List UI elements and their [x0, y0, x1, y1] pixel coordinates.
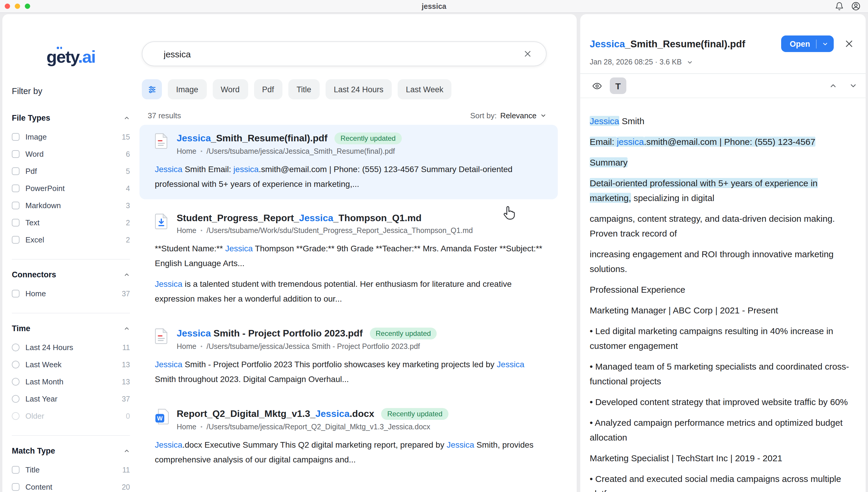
chevron-down-icon[interactable]	[849, 82, 857, 90]
result-filepath: /Users/tsubame/jessica/Report_Q2_Digital…	[207, 423, 430, 431]
filter-count: 6	[126, 150, 130, 158]
chip-last-24-hours[interactable]: Last 24 Hours	[325, 79, 392, 99]
open-button[interactable]: Open	[782, 35, 834, 52]
search-bar[interactable]	[142, 41, 547, 66]
checkbox[interactable]	[12, 219, 20, 226]
result-title[interactable]: Jessica_Smith_Resume(final).pdf	[177, 133, 327, 144]
chevron-up-icon[interactable]	[829, 82, 837, 90]
search-input[interactable]	[164, 49, 521, 59]
filter-count: 3	[126, 201, 130, 210]
filter-label: Home	[25, 289, 46, 298]
svg-text:W: W	[157, 415, 163, 422]
radio-button[interactable]	[12, 344, 20, 351]
preview-line: • Managed team of 5 marketing specialist…	[590, 359, 856, 389]
section-header-match-type[interactable]: Match Type	[12, 445, 130, 457]
chip-title[interactable]: Title	[288, 79, 320, 99]
bell-icon[interactable]	[835, 2, 844, 11]
open-button-label[interactable]: Open	[782, 39, 816, 48]
chevron-up-icon[interactable]	[124, 271, 130, 278]
filter-option-older[interactable]: Older0	[12, 408, 130, 424]
chip-image[interactable]: Image	[168, 79, 207, 99]
results-list: Jessica_Smith_Resume(final).pdf Recently…	[139, 125, 558, 475]
filter-label: Last Week	[25, 360, 61, 369]
filter-option-last-month[interactable]: Last Month13	[12, 373, 130, 390]
chevron-down-icon[interactable]	[686, 59, 693, 65]
filter-count: 13	[122, 361, 130, 369]
result-snippet: **Student Name:** Jessica Thompson **Gra…	[155, 241, 547, 271]
chevron-up-icon[interactable]	[124, 325, 130, 332]
section-header-file-types[interactable]: File Types	[12, 112, 130, 124]
filter-option-excel[interactable]: Excel2	[12, 231, 130, 248]
filter-option-text[interactable]: Text2	[12, 214, 130, 231]
filter-section-connectors: Connectors Home37	[12, 259, 130, 302]
radio-button[interactable]	[12, 361, 20, 368]
filter-option-home[interactable]: Home37	[12, 285, 130, 302]
result-title[interactable]: Student_Progress_Report_Jessica_Thompson…	[177, 213, 422, 224]
checkbox[interactable]	[12, 150, 20, 158]
filter-sidebar: gety.ai Filter by File Types Image15 Wor…	[2, 14, 139, 492]
radio-button[interactable]	[12, 395, 20, 403]
result-title[interactable]: Jessica Smith - Project Portfolio 2023.p…	[177, 328, 363, 339]
result-filepath: /Users/tsubame/jessica/Jessica Smith - P…	[207, 342, 420, 351]
document-preview: Jessica Smith Email: jessica.smith@email…	[580, 98, 866, 492]
filter-label: Last Month	[25, 377, 63, 386]
close-window-button[interactable]	[5, 3, 10, 9]
checkbox[interactable]	[12, 236, 20, 244]
zoom-window-button[interactable]	[25, 3, 30, 9]
result-item[interactable]: Jessica_Smith_Resume(final).pdf Recently…	[139, 125, 558, 199]
chevron-up-icon[interactable]	[124, 448, 130, 454]
filter-option-markdown[interactable]: Markdown3	[12, 197, 130, 214]
filter-option-title[interactable]: Title11	[12, 461, 130, 478]
filter-option-powerpoint[interactable]: PowerPoint4	[12, 180, 130, 197]
file-meta[interactable]: Jan 28, 2026 08:25 · 3.6 KB	[580, 58, 866, 66]
filter-option-image[interactable]: Image15	[12, 128, 130, 145]
checkbox[interactable]	[12, 184, 20, 192]
filter-option-word[interactable]: Word6	[12, 145, 130, 163]
chip-pdf[interactable]: Pdf	[254, 79, 283, 99]
minimize-window-button[interactable]	[15, 3, 20, 9]
filter-option-last-24-hours[interactable]: Last 24 Hours11	[12, 339, 130, 356]
text-tool-icon[interactable]: T	[610, 77, 626, 94]
result-item[interactable]: Student_Progress_Report_Jessica_Thompson…	[139, 205, 558, 314]
account-icon[interactable]	[851, 1, 861, 11]
preview-line: increasing engagement and ROI through in…	[590, 247, 856, 276]
checkbox[interactable]	[12, 202, 20, 210]
filter-option-last-year[interactable]: Last Year37	[12, 390, 130, 408]
chip-last-week[interactable]: Last Week	[398, 79, 452, 99]
filter-option-last-week[interactable]: Last Week13	[12, 356, 130, 373]
eye-icon[interactable]	[588, 77, 605, 94]
section-header-time[interactable]: Time	[12, 323, 130, 334]
section-title: Match Type	[12, 446, 55, 456]
close-preview-icon[interactable]	[842, 36, 856, 51]
result-item[interactable]: Jessica Smith - Project Portfolio 2023.p…	[139, 320, 558, 394]
filter-count: 0	[126, 412, 130, 420]
filter-count: 15	[122, 133, 130, 141]
preview-line: Detail-oriented professional with 5+ yea…	[590, 176, 856, 205]
result-snippet: Jessica is a talented student with treme…	[155, 277, 547, 306]
result-filepath: /Users/tsubame/jessica/Jessica_Smith_Res…	[207, 147, 395, 155]
radio-button[interactable]	[12, 378, 20, 386]
chip-word[interactable]: Word	[212, 79, 248, 99]
checkbox[interactable]	[12, 483, 20, 491]
filter-count: 11	[122, 466, 130, 474]
chevron-down-icon[interactable]	[817, 41, 834, 47]
result-item[interactable]: W Report_Q2_Digital_Mktg_v1.3_Jessica.do…	[139, 400, 558, 475]
filter-by-heading: Filter by	[12, 87, 130, 97]
filter-label: Last 24 Hours	[25, 343, 73, 352]
filter-sliders-icon[interactable]	[142, 79, 162, 99]
chevron-up-icon[interactable]	[124, 115, 130, 121]
filter-section-file-types: File Types Image15 Word6 Pdf5 PowerPoint…	[12, 112, 130, 248]
sort-dropdown[interactable]: Sort by: Relevance	[470, 111, 547, 120]
checkbox[interactable]	[12, 290, 20, 297]
result-snippet: Jessica Smith Email: jessica.smith@email…	[155, 162, 547, 192]
clear-search-icon[interactable]	[521, 47, 534, 60]
filter-option-content[interactable]: Content20	[12, 478, 130, 492]
filter-option-pdf[interactable]: Pdf5	[12, 163, 130, 180]
radio-button[interactable]	[12, 412, 20, 420]
checkbox[interactable]	[12, 466, 20, 474]
checkbox[interactable]	[12, 133, 20, 141]
filter-count: 2	[126, 236, 130, 244]
checkbox[interactable]	[12, 167, 20, 175]
result-title[interactable]: Report_Q2_Digital_Mktg_v1.3_Jessica.docx	[177, 409, 374, 419]
section-header-connectors[interactable]: Connectors	[12, 269, 130, 280]
